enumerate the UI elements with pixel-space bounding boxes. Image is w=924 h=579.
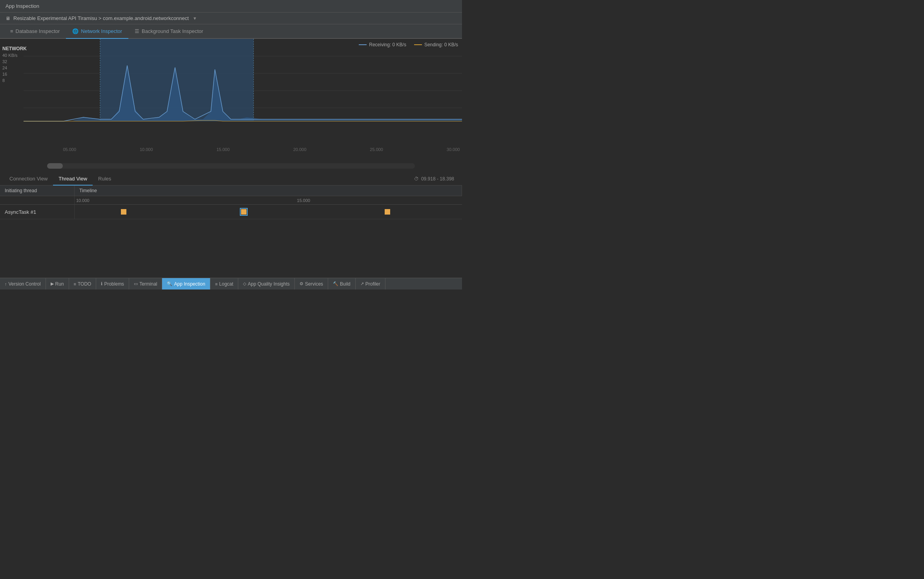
app-quality-label: App Quality Insights: [248, 281, 290, 287]
problems-label: Problems: [104, 281, 124, 287]
device-name: Resizable Experimental API Tiramisu > co…: [13, 15, 189, 21]
chart-legend: Receiving: 0 KB/s Sending: 0 KB/s: [359, 42, 458, 47]
timeline-marker-2-selected[interactable]: [241, 209, 247, 215]
status-services[interactable]: ⚙ Services: [295, 278, 328, 290]
sending-legend: Sending: 0 KB/s: [414, 42, 458, 47]
time-label-20: 20.000: [293, 147, 307, 152]
y-label-24: 24: [0, 65, 24, 71]
device-icon: 🖥: [5, 16, 10, 21]
y-label-16: 16: [0, 71, 24, 77]
device-bar[interactable]: 🖥 Resizable Experimental API Tiramisu > …: [0, 13, 462, 24]
profiler-label: Profiler: [365, 281, 380, 287]
table-row: AsyncTask #1: [0, 205, 462, 219]
status-app-quality[interactable]: ◇ App Quality Insights: [238, 278, 295, 290]
chart-section: NETWORK 40 KB/s 32 24 16 8 Receiving: 0 …: [0, 39, 462, 145]
tab-network[interactable]: 🌐 Network Inspector: [66, 24, 128, 39]
y-label-8: 8: [0, 77, 24, 84]
thread-table-body[interactable]: 10.000 15.000 AsyncTask #1: [0, 196, 462, 278]
time-label-5: 05.000: [63, 147, 76, 152]
sending-legend-label: Sending: 0 KB/s: [424, 42, 458, 47]
receiving-legend-label: Receiving: 0 KB/s: [369, 42, 406, 47]
status-problems[interactable]: ℹ Problems: [96, 278, 129, 290]
status-terminal[interactable]: ▭ Terminal: [129, 278, 162, 290]
logcat-label: Logcat: [219, 281, 233, 287]
todo-label: TODO: [78, 281, 91, 287]
run-icon: ▶: [51, 281, 54, 286]
status-build[interactable]: 🔨 Build: [328, 278, 356, 290]
status-app-inspection[interactable]: 🔍 App Inspection: [162, 278, 210, 290]
terminal-label: Terminal: [139, 281, 157, 287]
timeline-marker-3[interactable]: [385, 209, 390, 215]
network-tab-label: Network Inspector: [81, 28, 122, 34]
chart-title: NETWORK: [0, 43, 24, 52]
title-bar: App Inspection: [0, 0, 462, 13]
thread-col-timeline: Timeline: [75, 186, 462, 196]
database-tab-icon: ≡: [10, 28, 13, 34]
thread-col-initiating: Initiating thread: [0, 186, 75, 196]
build-label: Build: [340, 281, 351, 287]
time-range-value: 09.918 - 18.398: [421, 176, 454, 182]
thread-table-header: Initiating thread Timeline: [0, 186, 462, 196]
clock-icon: ⏱: [414, 176, 419, 182]
ruler-label-10: 10.000: [75, 197, 91, 204]
tab-background[interactable]: ☰ Background Task Inspector: [128, 24, 210, 39]
app-title: App Inspection: [5, 3, 39, 9]
sub-tab-rules-label: Rules: [98, 176, 111, 182]
background-tab-label: Background Task Inspector: [142, 28, 203, 34]
time-axis: 05.000 10.000 15.000 20.000 25.000 30.00…: [24, 145, 462, 160]
tab-database[interactable]: ≡ Database Inspector: [4, 24, 66, 39]
background-tab-icon: ☰: [135, 28, 139, 34]
sub-tab-thread-label: Thread View: [58, 176, 87, 182]
timeline-ruler: 10.000 15.000: [75, 196, 462, 204]
version-control-icon: ↑: [5, 282, 7, 286]
time-label-30: 30.000: [447, 147, 460, 152]
problems-icon: ℹ: [101, 281, 102, 286]
sub-tab-rules[interactable]: Rules: [93, 173, 117, 186]
version-control-label: Version Control: [9, 281, 41, 287]
status-version-control[interactable]: ↑ Version Control: [0, 278, 46, 290]
app-inspection-label: App Inspection: [174, 281, 205, 287]
time-label-10: 10.000: [140, 147, 153, 152]
services-label: Services: [305, 281, 323, 287]
chart-scrollbar[interactable]: [0, 160, 462, 173]
status-run[interactable]: ▶ Run: [46, 278, 69, 290]
y-label-40: 40 KB/s: [0, 52, 24, 58]
status-logcat[interactable]: ≡ Logcat: [210, 278, 238, 290]
run-label: Run: [55, 281, 64, 287]
app-inspection-icon: 🔍: [167, 281, 172, 286]
status-bar: ↑ Version Control ▶ Run ≡ TODO ℹ Problem…: [0, 278, 462, 290]
services-icon: ⚙: [299, 281, 303, 286]
time-range-display: ⏱ 09.918 - 18.398: [414, 176, 458, 182]
thread-name-asynctask: AsyncTask #1: [0, 205, 75, 219]
status-profiler[interactable]: ↗ Profiler: [356, 278, 385, 290]
build-icon: 🔨: [333, 281, 338, 286]
chevron-down-icon[interactable]: ▾: [194, 15, 196, 21]
logcat-icon: ≡: [215, 282, 217, 286]
receiving-legend: Receiving: 0 KB/s: [359, 42, 406, 47]
sub-tab-connection-label: Connection View: [9, 176, 47, 182]
chart-main[interactable]: Receiving: 0 KB/s Sending: 0 KB/s: [24, 39, 462, 145]
database-tab-label: Database Inspector: [16, 28, 60, 34]
sub-tabs-row: Connection View Thread View Rules ⏱ 09.9…: [0, 173, 462, 186]
sub-tab-thread[interactable]: Thread View: [53, 173, 93, 186]
main-tabs-row: ≡ Database Inspector 🌐 Network Inspector…: [0, 24, 462, 39]
time-label-15: 15.000: [216, 147, 230, 152]
receiving-legend-line: [359, 44, 367, 45]
profiler-icon: ↗: [360, 281, 364, 286]
time-label-25: 25.000: [370, 147, 383, 152]
sub-tab-connection[interactable]: Connection View: [4, 173, 53, 186]
status-todo[interactable]: ≡ TODO: [69, 278, 97, 290]
app-quality-icon: ◇: [243, 281, 246, 286]
sending-legend-line: [414, 44, 422, 45]
thread-timeline-asynctask[interactable]: [75, 205, 462, 219]
terminal-icon: ▭: [134, 281, 138, 286]
y-label-32: 32: [0, 58, 24, 65]
timeline-marker-1[interactable]: [121, 209, 126, 215]
asynctask-label: AsyncTask #1: [5, 209, 36, 215]
chart-y-axis: NETWORK 40 KB/s 32 24 16 8: [0, 39, 24, 145]
todo-icon: ≡: [74, 282, 76, 286]
ruler-label-15: 15.000: [296, 197, 312, 204]
network-tab-icon: 🌐: [72, 28, 79, 34]
network-chart-svg[interactable]: [24, 39, 462, 125]
